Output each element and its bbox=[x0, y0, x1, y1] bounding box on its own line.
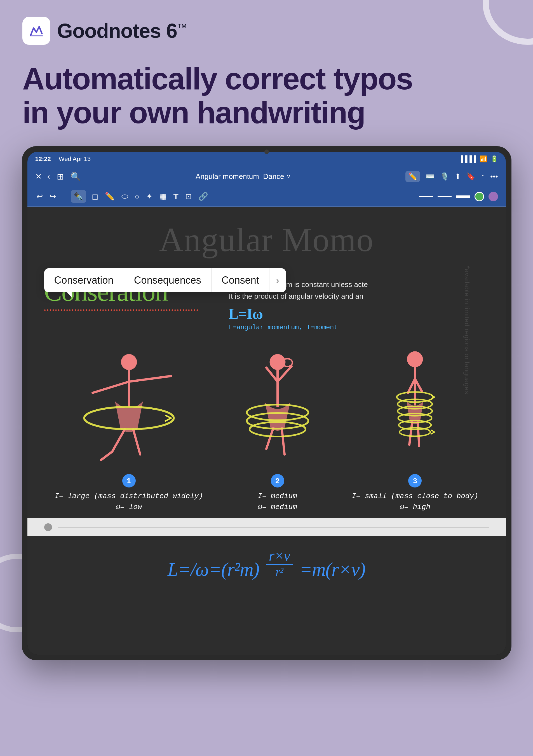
close-button[interactable]: ✕ bbox=[35, 172, 42, 181]
svg-point-0 bbox=[121, 354, 137, 370]
scroll-scrubber[interactable] bbox=[44, 523, 52, 531]
svg-line-14 bbox=[282, 428, 285, 454]
ipad-inner: 12:22 Wed Apr 13 ▐▐▐▐ 📶 🔋 ✕ ‹ ⊞ bbox=[27, 152, 506, 655]
note-title-display: Angular Momo bbox=[27, 207, 506, 268]
headline-section: Automatically correct typos in your own … bbox=[0, 53, 533, 146]
dancer-2-svg bbox=[224, 351, 331, 469]
dancer-2: 2 I= medium ω= medium bbox=[224, 351, 331, 513]
dancer-2-number: 2 bbox=[271, 474, 284, 487]
typo-underline bbox=[44, 310, 198, 311]
formula-large: L=Iω bbox=[229, 306, 489, 322]
status-date: Wed Apr 13 bbox=[59, 155, 91, 163]
status-time: 12:22 bbox=[35, 155, 51, 163]
dancer-1-caption: I= large (mass distributed widely) ω= lo… bbox=[55, 491, 203, 513]
more-button[interactable]: ••• bbox=[490, 172, 498, 181]
autocorrect-item-consequences[interactable]: Consequences bbox=[124, 268, 212, 292]
svg-line-13 bbox=[266, 428, 273, 449]
search-button[interactable]: 🔍 bbox=[70, 172, 81, 181]
add-button[interactable]: ⬆ bbox=[455, 172, 461, 181]
svg-line-2 bbox=[92, 382, 129, 393]
app-logo-icon bbox=[22, 17, 50, 45]
page-wrapper: Goodnotes 6™ Automatically correct typos… bbox=[0, 0, 533, 660]
undo-button[interactable]: ↩ bbox=[35, 191, 44, 202]
dancers-section: 1 I= large (mass distributed widely) ω= … bbox=[27, 339, 506, 518]
signal-icon: ▐▐▐▐ bbox=[459, 155, 476, 163]
bottom-scroll-bar bbox=[27, 518, 506, 536]
autocorrect-popup: Conservation Consequences Consent › bbox=[44, 268, 286, 292]
svg-line-6 bbox=[133, 429, 140, 454]
dancer-3-number: 3 bbox=[408, 474, 422, 487]
wifi-icon: 📶 bbox=[480, 155, 487, 163]
link-tool-button[interactable]: 🔗 bbox=[197, 191, 209, 202]
nav-bar-right: ✏️ ⌨️ 🎙️ ⬆ 🔖 ↑ ••• bbox=[405, 171, 498, 182]
status-icons: ▐▐▐▐ 📶 🔋 bbox=[459, 155, 498, 163]
dash-thin[interactable] bbox=[419, 196, 433, 197]
toolbar: ↩ ↪ ✒️ ◻ ✏️ ⬭ ○ ✦ ▦ T ⊡ 🔗 bbox=[27, 186, 506, 207]
dash-thick[interactable] bbox=[456, 196, 470, 198]
dancer-1-number: 1 bbox=[122, 474, 136, 487]
dash-options bbox=[419, 192, 498, 201]
dancer-1-svg bbox=[76, 351, 182, 469]
title-chevron[interactable]: ∨ bbox=[287, 173, 291, 180]
dancer-3-caption: I= small (mass close to body) ω= high bbox=[352, 491, 478, 513]
star-tool-button[interactable]: ✦ bbox=[145, 191, 154, 202]
device-wrapper: 12:22 Wed Apr 13 ▐▐▐▐ 📶 🔋 ✕ ‹ ⊞ bbox=[0, 146, 533, 660]
camera-text-button[interactable]: ⊡ bbox=[184, 191, 193, 202]
header: Goodnotes 6™ bbox=[0, 0, 533, 53]
shapes-tool-button[interactable]: ○ bbox=[134, 191, 141, 202]
formula-note: L=angular momentum, I=moment bbox=[229, 324, 489, 331]
svg-line-23 bbox=[418, 422, 419, 446]
nav-bar-title: Angular momentum_Dance ∨ bbox=[87, 172, 400, 181]
dancer-2-caption: I= medium ω= medium bbox=[258, 491, 297, 513]
bookmark-button[interactable]: 🔖 bbox=[467, 172, 475, 181]
color-green-button[interactable] bbox=[474, 192, 484, 201]
dancer-3: 3 I= small (mass close to body) ω= high bbox=[352, 351, 478, 513]
redo-button[interactable]: ↪ bbox=[48, 191, 57, 202]
svg-line-3 bbox=[129, 376, 171, 382]
svg-line-22 bbox=[409, 422, 412, 445]
eraser-tool-button[interactable]: ◻ bbox=[91, 191, 99, 202]
mic-button[interactable]: 🎙️ bbox=[440, 172, 449, 181]
battery-icon: 🔋 bbox=[491, 155, 498, 163]
dash-medium[interactable] bbox=[438, 196, 452, 197]
app-name: Goodnotes 6™ bbox=[57, 19, 187, 42]
autocorrect-next-button[interactable]: › bbox=[269, 268, 286, 292]
image-tool-button[interactable]: ▦ bbox=[158, 191, 167, 202]
svg-point-18 bbox=[407, 351, 423, 367]
autocorrect-item-conservation[interactable]: Conservation bbox=[44, 268, 124, 292]
svg-line-4 bbox=[112, 429, 125, 452]
pencil-tool-button[interactable]: ✏️ bbox=[104, 191, 116, 202]
note-content: Angular Momo Conservation Consequences C… bbox=[27, 207, 506, 655]
bottom-formula-section: L=/ω=(r²m) r×v r² =m(r×v) bbox=[27, 536, 506, 597]
keyboard-button[interactable]: ⌨️ bbox=[425, 172, 435, 181]
headline-text: Automatically correct typos in your own … bbox=[22, 62, 511, 129]
autocorrect-item-consent[interactable]: Consent bbox=[212, 268, 269, 292]
text-tool-button[interactable]: T bbox=[172, 191, 179, 202]
back-button[interactable]: ‹ bbox=[47, 172, 50, 181]
camera-notch bbox=[265, 149, 269, 154]
pen-active-button[interactable]: ✏️ bbox=[405, 171, 420, 182]
share-button[interactable]: ↑ bbox=[481, 172, 485, 181]
dancer-3-svg bbox=[362, 351, 468, 469]
scroll-track bbox=[58, 527, 489, 528]
svg-line-5 bbox=[101, 452, 112, 460]
toolbar-divider-1 bbox=[64, 191, 64, 202]
grid-button[interactable]: ⊞ bbox=[57, 172, 64, 181]
dancer-1: 1 I= large (mass distributed widely) ω= … bbox=[55, 351, 203, 513]
bottom-formula: L=/ω=(r²m) r×v r² =m(r×v) bbox=[44, 547, 489, 580]
nav-bar: ✕ ‹ ⊞ 🔍 Angular momentum_Dance ∨ ✏️ ⌨️ 🎙… bbox=[27, 166, 506, 186]
lasso-tool-button[interactable]: ⬭ bbox=[120, 191, 129, 202]
ipad-frame: 12:22 Wed Apr 13 ▐▐▐▐ 📶 🔋 ✕ ‹ ⊞ bbox=[22, 146, 512, 660]
availability-note: *available in limited regions or languag… bbox=[463, 266, 470, 394]
pen-tool-button[interactable]: ✒️ bbox=[71, 190, 86, 203]
color-purple-button[interactable] bbox=[489, 192, 498, 201]
